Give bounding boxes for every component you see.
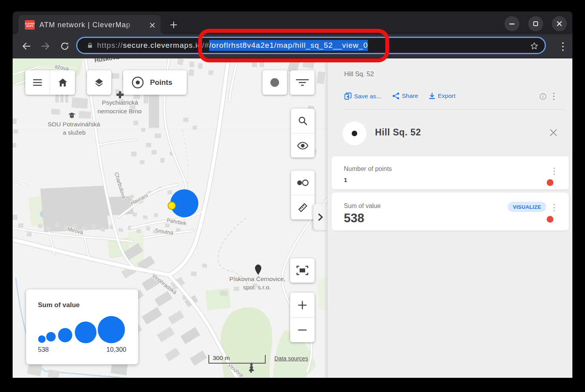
filter-icon bbox=[296, 79, 309, 86]
points-layer-button[interactable]: Points bbox=[123, 70, 187, 95]
eye-icon bbox=[297, 142, 308, 150]
filter-button[interactable] bbox=[290, 70, 315, 95]
forward-icon[interactable] bbox=[41, 41, 50, 51]
chevron-right-icon bbox=[318, 214, 323, 221]
map-label-huskova: Huskova bbox=[94, 58, 120, 64]
map-label-school-1: SOU Potravinářská bbox=[48, 121, 100, 128]
visibility-button[interactable] bbox=[291, 133, 315, 158]
map-pin-icon bbox=[255, 264, 261, 275]
status-dot bbox=[547, 179, 553, 186]
legend-min-value: 538 bbox=[38, 346, 49, 353]
ruler-icon bbox=[298, 203, 308, 213]
annotation-highlight bbox=[198, 29, 389, 62]
zoom-out-button[interactable] bbox=[290, 318, 315, 342]
indicator-card-sum-of-value[interactable]: Sum of value VISUALIZE 538 bbox=[332, 193, 569, 231]
indicator-value: 1 bbox=[344, 176, 347, 184]
home-button[interactable] bbox=[50, 70, 75, 95]
legend-max-value: 10,300 bbox=[107, 346, 126, 353]
indicator-card-number-of-points[interactable]: Number of points 1 bbox=[332, 156, 569, 189]
selection-avatar bbox=[343, 122, 366, 145]
browser-window: CLEVER MAPS ATM network | CleverMap bbox=[13, 11, 572, 378]
view-menu-button[interactable] bbox=[553, 92, 555, 102]
new-tab-icon[interactable] bbox=[170, 21, 177, 28]
minus-icon bbox=[298, 326, 307, 334]
plus-icon bbox=[298, 301, 307, 309]
legend-bubbles bbox=[26, 313, 138, 360]
save-as-icon bbox=[344, 92, 352, 100]
close-window-button[interactable] bbox=[552, 16, 567, 31]
bookmark-star-icon[interactable] bbox=[530, 42, 538, 50]
panel-collapse-button[interactable] bbox=[313, 204, 328, 230]
legend-title: Sum of value bbox=[38, 301, 80, 309]
point-dot-icon bbox=[352, 131, 357, 136]
clevermaps-favicon: CLEVER MAPS bbox=[25, 20, 35, 30]
symbol-style-button[interactable] bbox=[262, 70, 287, 95]
map-label-piskovna-2: spol. s.r.o. bbox=[243, 284, 271, 291]
points-layer-label: Points bbox=[150, 78, 172, 87]
fit-bounds-button[interactable] bbox=[290, 258, 315, 283]
layers-icon bbox=[94, 77, 104, 88]
selected-point-marker[interactable] bbox=[168, 202, 176, 210]
selection-title: Hill Sq. 52 bbox=[375, 127, 421, 138]
map-canvas[interactable]: Huskova ažova Psychiatrická nemocnice Br… bbox=[13, 58, 328, 378]
visualize-chip[interactable]: VISUALIZE bbox=[508, 202, 546, 212]
reload-icon[interactable] bbox=[60, 41, 69, 51]
dot-symbol-icon bbox=[270, 78, 279, 87]
hamburger-icon bbox=[33, 79, 42, 86]
kebab-menu-icon bbox=[553, 92, 555, 100]
back-icon[interactable] bbox=[22, 41, 31, 51]
zoom-in-button[interactable] bbox=[290, 293, 315, 317]
url-scheme: https:// bbox=[97, 41, 123, 49]
maximize-button[interactable] bbox=[528, 16, 543, 31]
save-as-label: Save as... bbox=[354, 93, 381, 100]
status-dot bbox=[547, 216, 553, 223]
two-circles-icon bbox=[297, 179, 309, 186]
symbols-measure-group bbox=[291, 171, 315, 219]
map-label-hospital-1: Psychiatrická bbox=[102, 99, 138, 106]
menu-home-group bbox=[25, 70, 75, 95]
export-button[interactable]: Export bbox=[429, 92, 456, 99]
export-icon bbox=[429, 92, 435, 99]
indicator-value: 538 bbox=[344, 211, 364, 225]
map-label-piskovna-1: Pískovna Černovice, bbox=[229, 276, 285, 282]
zoom-control bbox=[290, 293, 315, 342]
tab-close-icon[interactable] bbox=[148, 21, 156, 29]
info-button[interactable] bbox=[540, 93, 546, 101]
export-label: Export bbox=[438, 92, 456, 99]
browser-tab[interactable]: CLEVER MAPS ATM network | CleverMap bbox=[18, 15, 161, 34]
view-title: Hill Sq. 52 bbox=[344, 70, 374, 78]
main-menu-button[interactable] bbox=[25, 70, 50, 95]
browser-menu-icon[interactable] bbox=[562, 42, 564, 51]
fit-bounds-icon bbox=[296, 266, 308, 275]
data-sources-link[interactable]: Data sources bbox=[274, 355, 308, 362]
share-button[interactable]: Share bbox=[392, 92, 418, 99]
legend-card: Sum of value 538 10,300 bbox=[26, 289, 138, 364]
minimize-button[interactable] bbox=[504, 16, 519, 31]
map-label-hospital-2: nemocnice Brno bbox=[98, 108, 142, 114]
points-layer-icon bbox=[131, 76, 144, 89]
tab-title: ATM network | CleverMap bbox=[39, 20, 143, 30]
proportional-symbols-button[interactable] bbox=[291, 171, 315, 195]
save-as-button[interactable]: Save as... bbox=[344, 92, 381, 100]
selection-close-icon[interactable] bbox=[549, 129, 557, 137]
map-label-school-2: a služeb bbox=[63, 129, 86, 136]
indicator-label: Number of points bbox=[344, 165, 392, 173]
lock-icon bbox=[87, 42, 93, 49]
map-label-charbulova: Charbulova bbox=[113, 171, 127, 199]
card-menu-icon[interactable] bbox=[553, 204, 555, 212]
side-panel: Hill Sq. 52 Save as... Share Export bbox=[328, 58, 572, 378]
favicon-text-2: MAPS bbox=[26, 25, 33, 27]
map-search-button[interactable] bbox=[291, 109, 315, 133]
share-icon bbox=[392, 92, 399, 99]
panel-divider bbox=[344, 109, 567, 110]
school-icon bbox=[68, 113, 75, 118]
scale-label: 300 m bbox=[213, 354, 230, 362]
info-icon bbox=[540, 93, 546, 100]
card-menu-icon[interactable] bbox=[553, 167, 555, 176]
window-controls bbox=[504, 16, 567, 31]
url-host: secure.clevermaps.io bbox=[123, 41, 202, 49]
share-label: Share bbox=[402, 92, 418, 99]
measure-button[interactable] bbox=[291, 195, 315, 219]
indicator-label: Sum of value bbox=[344, 203, 381, 210]
layers-button[interactable] bbox=[87, 70, 111, 95]
